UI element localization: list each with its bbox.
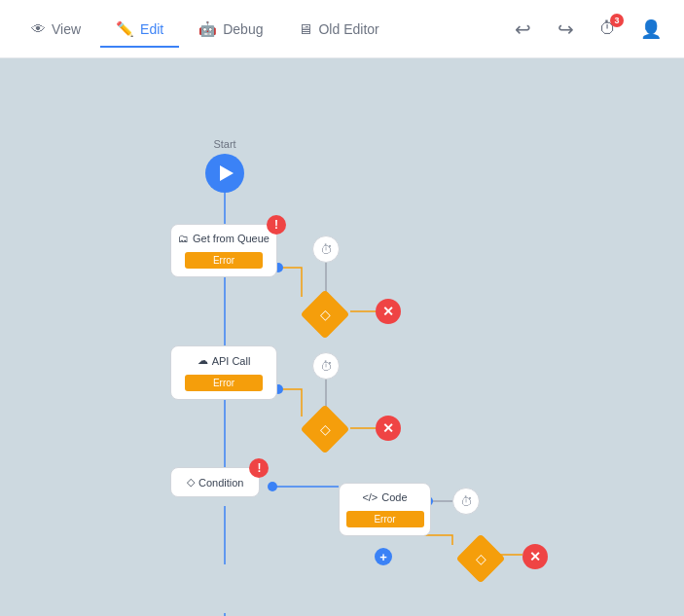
start-button[interactable] [205, 154, 244, 193]
svg-point-13 [268, 482, 277, 491]
nav-debug-label: Debug [223, 21, 263, 37]
close-btn-1[interactable]: ✕ [376, 299, 401, 324]
condition-icon: ◇ [187, 476, 195, 489]
play-icon [220, 165, 234, 181]
get-from-queue-node[interactable]: 🗂 Get from Queue Error ! [170, 224, 277, 277]
api-call-node[interactable]: ☁ API Call Error [170, 345, 277, 400]
diamond-node-2[interactable]: ◇ [307, 412, 342, 447]
api-call-error: Error [185, 375, 263, 391]
code-node[interactable]: </> Code Error [339, 483, 431, 536]
nav-edit[interactable]: ✏️ Edit [100, 13, 179, 48]
add-user-button[interactable]: 👤 [633, 12, 668, 47]
clock-node-3[interactable]: ⏱ [452, 488, 480, 515]
edit-icon: ✏️ [116, 20, 134, 38]
close-btn-2[interactable]: ✕ [376, 416, 401, 441]
diamond-node-3[interactable]: ◇ [463, 541, 498, 576]
nav-edit-label: Edit [140, 21, 163, 37]
timer-badge: 3 [610, 14, 624, 27]
undo-button[interactable]: ↩ [505, 12, 540, 47]
api-icon: ☁ [198, 354, 208, 367]
debug-icon: 🤖 [198, 20, 217, 38]
get-from-queue-error: Error [185, 252, 263, 269]
canvas: Start 🗂 Get from Queue Error ! ⏱ ◇ ✕ ☁ A… [0, 58, 684, 616]
code-title: </> Code [350, 484, 418, 507]
get-from-queue-error-dot: ! [267, 215, 286, 235]
queue-icon: 🗂 [178, 233, 189, 244]
api-call-title: ☁ API Call [186, 346, 263, 371]
diamond-icon-2: ◇ [320, 421, 331, 437]
old-editor-icon: 🖥 [298, 20, 312, 37]
redo-button[interactable]: ↪ [548, 12, 583, 47]
diamond-icon-3: ◇ [476, 551, 486, 566]
nav-old-editor[interactable]: 🖥 Old Editor [282, 13, 394, 47]
nav-debug[interactable]: 🤖 Debug [183, 13, 278, 48]
start-label: Start [213, 138, 235, 150]
start-node: Start [205, 138, 244, 193]
code-icon: </> [362, 491, 378, 503]
nav-old-editor-label: Old Editor [318, 21, 378, 37]
clock-node-2[interactable]: ⏱ [312, 352, 340, 380]
diamond-node-1[interactable]: ◇ [307, 297, 342, 332]
get-from-queue-title: 🗂 Get from Queue [166, 225, 281, 248]
clock-node-1[interactable]: ⏱ [312, 236, 340, 263]
condition-node[interactable]: ◇ Condition ! [170, 467, 260, 497]
toolbar-nav: 👁 View ✏️ Edit 🤖 Debug 🖥 Old Editor [16, 12, 501, 47]
nav-view[interactable]: 👁 View [16, 13, 96, 47]
add-node-btn[interactable]: + [375, 548, 392, 565]
timer-button[interactable]: ⏱ 3 [591, 12, 626, 47]
view-icon: 👁 [31, 20, 46, 37]
toolbar: 👁 View ✏️ Edit 🤖 Debug 🖥 Old Editor ↩ ↪ … [0, 0, 684, 58]
diamond-icon-1: ◇ [320, 307, 331, 322]
close-btn-3[interactable]: ✕ [522, 544, 548, 569]
condition-error-dot: ! [249, 458, 269, 478]
code-error: Error [346, 511, 424, 527]
toolbar-actions: ↩ ↪ ⏱ 3 👤 [505, 12, 668, 47]
nav-view-label: View [52, 21, 81, 37]
